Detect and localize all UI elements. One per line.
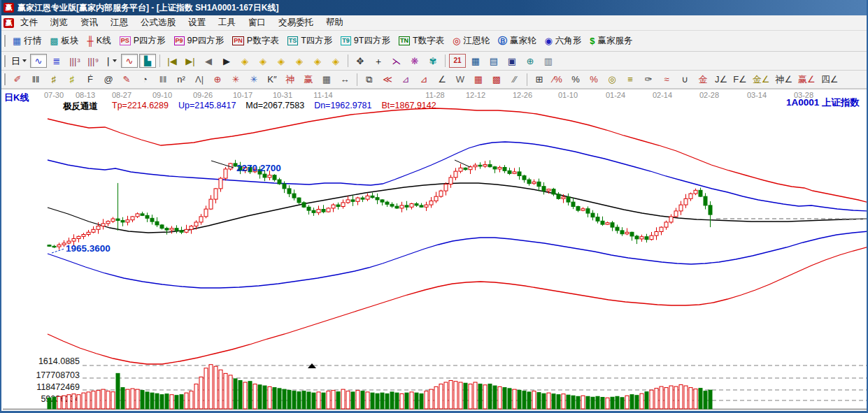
time-grid-button[interactable]: ǁǁ (27, 73, 44, 87)
percent-line-button[interactable]: % (585, 73, 602, 87)
candlestick-series[interactable] (48, 160, 712, 250)
annotation-note-button[interactable]: ≣ (48, 54, 65, 68)
star-box-button[interactable]: ✳ (246, 73, 262, 87)
n-square-button[interactable]: n² (173, 73, 190, 87)
f-tool-button[interactable]: Ḟ (82, 73, 99, 87)
first-screen-button[interactable]: |◀ (164, 54, 180, 68)
p-number-table-button[interactable]: PNP数字表 (228, 34, 283, 48)
hexagon-button[interactable]: ◉六角形 (540, 34, 585, 48)
a-line-button[interactable]: Λ| (191, 73, 208, 87)
si-angle-button[interactable]: 四∠ (819, 73, 841, 87)
time-clock-button[interactable]: ◔ (136, 73, 153, 87)
compress-right-diamond-button[interactable]: ◈ (255, 54, 271, 68)
toolbar-grip[interactable] (3, 73, 6, 85)
menu-item-公式选股[interactable]: 公式选股 (134, 15, 182, 30)
grid-123-button[interactable]: ▦ (318, 73, 335, 87)
percent-slash-button[interactable]: ∕% (549, 73, 566, 87)
gold-comb-2-button[interactable]: ♯ (64, 73, 80, 87)
gann-wheel-button[interactable]: ◎江恩轮 (448, 34, 494, 48)
celtic-knot-button[interactable]: ✾ (425, 54, 441, 68)
sectors-button[interactable]: ▩板块 (45, 34, 83, 48)
red-pen-button[interactable]: ✎ (118, 73, 135, 87)
fan-box-1-button[interactable]: ⊿ (397, 73, 414, 87)
grid-red-2-button[interactable]: ▩ (488, 73, 505, 87)
p-square-button[interactable]: PSP四方形 (115, 34, 170, 48)
price-chart-canvas[interactable]: 1614.0885177708703118472469592362342270.… (1, 89, 868, 413)
compress-h-diamond-button[interactable]: ◈ (291, 54, 308, 68)
angle-measure-button[interactable]: ⋋ (388, 54, 405, 68)
cup-pattern-button[interactable]: ∪ (676, 73, 693, 87)
expand-h-diamond-button[interactable]: ◈ (273, 54, 290, 68)
merge-3-bars-button[interactable]: |||3 (66, 54, 83, 68)
k-marks-button[interactable]: K″ (264, 73, 280, 87)
fan-box-2-button[interactable]: ⊿ (415, 73, 432, 87)
shen-tool-button[interactable]: 神 (282, 73, 299, 87)
compress-left-diamond-button[interactable]: ◈ (236, 54, 253, 68)
kline-button[interactable]: ╫K线 (83, 34, 115, 48)
trade-notes-button[interactable]: ▤ (485, 54, 502, 68)
menu-item-设置[interactable]: 设置 (182, 15, 212, 30)
gold-underline-button[interactable]: 金 (695, 73, 711, 87)
gold-angle-button[interactable]: 金∠ (750, 73, 772, 87)
pen-bars-button[interactable]: ✑ (640, 73, 657, 87)
circle-cross-button[interactable]: ⊕ (209, 73, 226, 87)
candle-style-dropdown-button[interactable]: 日 (9, 54, 29, 68)
winner-service-button[interactable]: $赢家服务 (585, 34, 636, 48)
crosshair-button[interactable]: ＋ (370, 54, 387, 68)
gold-circle-button[interactable]: ◎ (604, 73, 620, 87)
last-screen-button[interactable]: ▶| (182, 54, 199, 68)
quotes-button[interactable]: ▦行情 (8, 34, 45, 48)
width-measure-button[interactable]: ↔ (336, 73, 353, 87)
winner-wheel-button[interactable]: Ⓑ赢家轮 (494, 34, 541, 48)
t9-square-button[interactable]: T99T四方形 (336, 34, 394, 48)
pan-hand-button[interactable]: ✥ (352, 54, 369, 68)
shen-angle-button[interactable]: 神∠ (773, 73, 795, 87)
price-scale-button[interactable]: ⊞ (531, 73, 548, 87)
menu-item-窗口[interactable]: 窗口 (242, 15, 272, 30)
gold-lines-button[interactable]: ≡ (622, 73, 639, 87)
menu-item-帮助[interactable]: 帮助 (320, 15, 350, 30)
menu-item-交易委托[interactable]: 交易委托 (272, 15, 320, 30)
grid-red-1-button[interactable]: ▦ (470, 73, 487, 87)
bar-style-dropdown-button[interactable]: ∣ (103, 54, 120, 68)
j-angle-button[interactable]: J∠ (713, 73, 730, 87)
box-select-button[interactable]: ⧉ (361, 73, 378, 87)
menu-item-浏览[interactable]: 浏览 (44, 15, 74, 30)
freehand-red-button[interactable]: ∿ (121, 54, 138, 68)
freehand-draw-button[interactable]: ∿ (30, 54, 47, 68)
calendar-button[interactable]: 21 (449, 54, 466, 68)
star-rays-button[interactable]: ✳ (227, 73, 244, 87)
menu-item-文件[interactable]: 文件 (14, 15, 44, 30)
t-number-table-button[interactable]: TNT数字表 (394, 34, 448, 48)
slant-lines-button[interactable]: ∕∕ (506, 73, 523, 87)
pen-tool-button[interactable]: ✐ (9, 73, 26, 87)
menu-item-工具[interactable]: 工具 (212, 15, 242, 30)
time-comb-button[interactable]: ǁǁ (155, 73, 171, 87)
toolbar-grip[interactable] (3, 55, 6, 67)
gann-flower-button[interactable]: ❋ (406, 54, 423, 68)
wave-fit-button[interactable]: ≈ (658, 73, 675, 87)
p9-square-button[interactable]: P99P四方形 (170, 34, 229, 48)
merge-9-bars-button[interactable]: |||9 (85, 54, 101, 68)
calculator-button[interactable]: ▦ (467, 54, 484, 68)
next-bar-button[interactable]: ▶ (218, 54, 235, 68)
spiral-tool-button[interactable]: @ (100, 73, 117, 87)
volume-profile-button[interactable]: ▙ (139, 54, 156, 68)
zigzag-lines-button[interactable]: W (452, 73, 469, 87)
t-square-button[interactable]: TST四方形 (283, 34, 337, 48)
expand-all-diamond-button[interactable]: ◈ (327, 54, 344, 68)
volume-bars[interactable] (48, 365, 712, 409)
menu-item-江恩[interactable]: 江恩 (104, 15, 134, 30)
ying-angle-button[interactable]: 赢∠ (796, 73, 818, 87)
trend-arrows-button[interactable]: ∠ (434, 73, 450, 87)
f-angle-button[interactable]: F∠ (731, 73, 749, 87)
ying-tool-button[interactable]: 赢 (300, 73, 317, 87)
remote-desktop-button[interactable]: ▥ (540, 54, 557, 68)
fan-lines-red-button[interactable]: ≪ (379, 73, 396, 87)
menu-item-资讯[interactable]: 资讯 (74, 15, 104, 30)
prev-bar-button[interactable]: ◀ (200, 54, 217, 68)
save-floppy-button[interactable]: ▣ (504, 54, 520, 68)
percent-button[interactable]: % (567, 73, 584, 87)
compress-all-diamond-button[interactable]: ◈ (309, 54, 326, 68)
gold-comb-1-button[interactable]: ♯ (45, 73, 62, 87)
